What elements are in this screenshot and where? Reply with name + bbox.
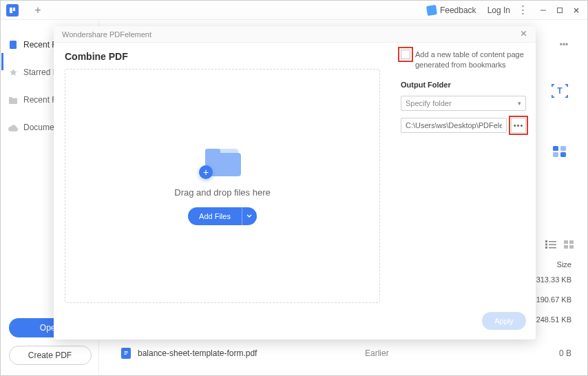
feedback-button[interactable]: Feedback bbox=[421, 6, 482, 15]
file-size-cell: 248.51 KB bbox=[536, 315, 571, 324]
create-pdf-button[interactable]: Create PDF bbox=[9, 346, 92, 365]
svg-rect-23 bbox=[549, 244, 556, 246]
folder-icon bbox=[8, 95, 18, 105]
file-list-sizes: 313.33 KB 190.67 KB 248.51 KB bbox=[536, 275, 571, 324]
file-size-cell: 313.33 KB bbox=[536, 275, 571, 284]
svg-rect-14 bbox=[567, 95, 568, 98]
organize-tool-icon[interactable] bbox=[548, 142, 571, 161]
select-value: Specify folder bbox=[406, 99, 452, 107]
file-date: Earlier bbox=[365, 348, 516, 358]
more-menu-button[interactable]: ⋮ bbox=[516, 1, 529, 20]
toc-checkbox-label: Add a new table of content page generate… bbox=[415, 50, 526, 71]
file-size: 0 B bbox=[516, 348, 571, 358]
main-more-menu[interactable]: ••• bbox=[556, 37, 571, 52]
view-grid-toggle[interactable] bbox=[563, 240, 574, 249]
toc-checkbox[interactable] bbox=[401, 50, 410, 59]
ellipsis-icon: ••• bbox=[514, 121, 524, 129]
pdf-file-icon bbox=[121, 348, 131, 359]
output-folder-label: Output Folder bbox=[401, 81, 526, 89]
sidebar-active-indicator bbox=[1, 53, 3, 70]
feedback-label: Feedback bbox=[440, 6, 476, 15]
dialog-title: Wondershare PDFelement bbox=[62, 30, 151, 39]
svg-rect-22 bbox=[545, 244, 547, 246]
output-folder-select[interactable]: Specify folder ▾ bbox=[401, 96, 526, 111]
svg-rect-26 bbox=[564, 240, 568, 244]
svg-rect-33 bbox=[125, 354, 127, 355]
app-logo-icon bbox=[6, 4, 19, 17]
dialog-titlebar: Wondershare PDFelement bbox=[54, 26, 536, 43]
apply-button: Apply bbox=[482, 312, 526, 330]
window-minimize-button[interactable] bbox=[535, 1, 552, 20]
svg-rect-27 bbox=[569, 240, 574, 244]
new-tab-button[interactable]: + bbox=[30, 2, 46, 19]
svg-rect-1 bbox=[13, 8, 15, 11]
view-list-toggle[interactable] bbox=[545, 240, 556, 249]
svg-rect-0 bbox=[10, 8, 12, 13]
titlebar: + Feedback Log In ⋮ bbox=[1, 1, 587, 20]
svg-text:T: T bbox=[557, 86, 563, 96]
login-button[interactable]: Log In bbox=[482, 6, 516, 15]
svg-rect-19 bbox=[560, 152, 566, 157]
svg-rect-20 bbox=[545, 240, 547, 242]
folder-add-icon: + bbox=[201, 147, 244, 178]
svg-rect-16 bbox=[553, 146, 558, 151]
svg-rect-6 bbox=[10, 41, 17, 49]
svg-rect-32 bbox=[125, 353, 128, 353]
add-files-dropdown-button[interactable] bbox=[242, 207, 257, 225]
cloud-icon bbox=[8, 123, 18, 132]
output-path-input[interactable] bbox=[401, 118, 507, 133]
ocr-tool-icon[interactable]: T bbox=[548, 81, 571, 101]
file-row[interactable]: balance-sheet-template-form.pdf Earlier … bbox=[121, 348, 571, 359]
browse-folder-button[interactable]: ••• bbox=[511, 118, 526, 133]
file-dropzone[interactable]: + Drag and drop files here Add Files bbox=[65, 69, 380, 303]
quick-actions: T bbox=[548, 81, 571, 161]
svg-rect-18 bbox=[553, 152, 558, 157]
window-close-button[interactable] bbox=[568, 1, 585, 20]
svg-rect-17 bbox=[560, 146, 566, 151]
dialog-heading: Combine PDF bbox=[65, 51, 380, 62]
svg-rect-31 bbox=[125, 351, 128, 352]
window-maximize-button[interactable] bbox=[552, 1, 568, 20]
svg-rect-25 bbox=[549, 247, 556, 249]
svg-rect-10 bbox=[567, 84, 568, 87]
file-icon bbox=[8, 40, 18, 50]
feedback-icon bbox=[426, 5, 437, 16]
svg-rect-21 bbox=[549, 241, 556, 242]
dropzone-label: Drag and drop files here bbox=[174, 187, 270, 198]
file-name: balance-sheet-template-form.pdf bbox=[138, 348, 257, 358]
chevron-down-icon: ▾ bbox=[518, 100, 521, 107]
svg-rect-29 bbox=[569, 245, 574, 249]
file-size-cell: 190.67 KB bbox=[536, 295, 571, 304]
svg-rect-8 bbox=[552, 84, 553, 87]
dialog-close-button[interactable] bbox=[520, 29, 527, 39]
svg-rect-24 bbox=[545, 247, 547, 249]
column-header-size: Size bbox=[557, 260, 571, 269]
svg-rect-12 bbox=[552, 95, 553, 98]
star-icon bbox=[8, 67, 18, 77]
svg-rect-3 bbox=[558, 8, 563, 12]
add-files-button[interactable]: Add Files bbox=[188, 207, 242, 225]
combine-pdf-dialog: Wondershare PDFelement Combine PDF + Dra… bbox=[54, 26, 536, 340]
svg-rect-28 bbox=[564, 245, 568, 249]
